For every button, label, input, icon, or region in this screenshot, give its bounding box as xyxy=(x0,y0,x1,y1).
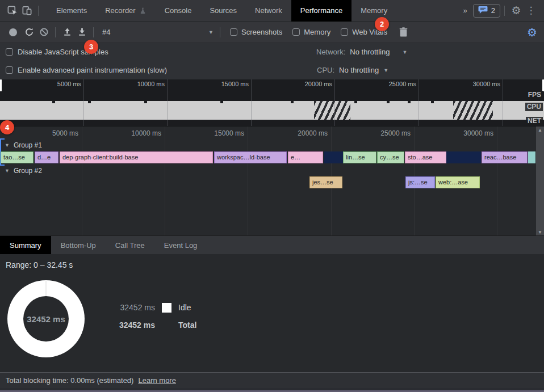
tab-network[interactable]: Network xyxy=(246,0,291,22)
cpu-busy-region xyxy=(314,101,350,120)
gridline xyxy=(503,79,503,126)
gridline xyxy=(165,127,165,235)
vertical-scrollbar[interactable]: ▲ ▼ xyxy=(536,127,544,235)
tab-memory[interactable]: Memory xyxy=(351,0,396,22)
flame-bar[interactable] xyxy=(528,151,535,163)
checkbox-label: Enable advanced paint instrumentation (s… xyxy=(18,66,167,74)
cpu-activity xyxy=(0,101,544,120)
checkbox-box xyxy=(6,48,13,56)
chevron-down-icon: ▼ xyxy=(402,49,407,55)
gridline xyxy=(167,79,168,126)
tab-elements[interactable]: Elements xyxy=(47,0,96,22)
flame-chart[interactable]: ▲ ▼ 5000 ms10000 ms15000 ms20000 ms25000… xyxy=(0,126,544,235)
cpu-notch xyxy=(387,101,390,103)
cpu-busy-region xyxy=(453,101,493,120)
chevron-down-icon: ▼ xyxy=(208,29,214,35)
performance-toolbar: #4 ▼ ScreenshotsMemoryWeb Vitals ⚙ xyxy=(0,22,544,43)
group-header-group-2[interactable]: ▼Group #2 xyxy=(5,166,42,175)
capture-settings-gear-icon[interactable]: ⚙ xyxy=(527,27,539,38)
group-header-group-1[interactable]: ▼Group #1 xyxy=(5,141,42,150)
ruler-tick-label: 20000 ms xyxy=(298,129,331,137)
flame-bar[interactable]: dep-graph-client:build-base xyxy=(60,151,213,163)
inspect-element-icon[interactable] xyxy=(5,3,19,18)
scroll-down-icon[interactable]: ▼ xyxy=(538,229,542,235)
flame-bar[interactable]: cy…se xyxy=(377,151,404,163)
divider xyxy=(220,27,220,37)
kebab-menu-icon[interactable]: ⋮ xyxy=(524,3,538,18)
flame-bar[interactable] xyxy=(324,151,343,163)
tab-label: Elements xyxy=(56,6,87,15)
history-dropdown[interactable]: #4 ▼ xyxy=(102,28,214,36)
cpu-notch xyxy=(291,101,294,103)
flame-bar[interactable]: tao…se xyxy=(1,151,34,163)
range-label: Range: 0 – 32.45 s xyxy=(6,260,73,269)
ruler-tick-label: 20000 ms xyxy=(305,81,334,87)
divider xyxy=(93,27,94,37)
save-profile-icon[interactable] xyxy=(74,25,89,40)
step-badge-3: 3 xyxy=(84,40,98,54)
tab-event-log[interactable]: Event Log xyxy=(154,236,207,254)
checkbox-label: Screenshots xyxy=(241,28,282,36)
tab-bottom-up[interactable]: Bottom-Up xyxy=(51,236,106,254)
cpu-notch xyxy=(354,101,357,103)
ruler-tick-label: 5000 ms xyxy=(52,129,82,137)
gridline xyxy=(82,127,82,235)
checkbox-screenshots[interactable]: Screenshots xyxy=(230,28,282,36)
step-badge-4: 4 xyxy=(0,120,14,134)
capture-config: Disable JavaScript samples Enable advanc… xyxy=(0,43,544,79)
tab-performance[interactable]: Performance xyxy=(291,0,351,22)
clear-recording-icon[interactable] xyxy=(36,25,51,40)
scroll-up-icon[interactable]: ▲ xyxy=(538,127,542,134)
flame-bar[interactable]: sto…ase xyxy=(405,151,446,163)
checkbox-memory[interactable]: Memory xyxy=(292,28,330,36)
summary-donut-chart: 32452 ms xyxy=(7,280,85,357)
issues-counter[interactable]: 2 xyxy=(473,4,500,18)
ruler-tick-label: 5000 ms xyxy=(57,81,83,87)
more-tabs-button[interactable]: » xyxy=(458,6,473,15)
gridline xyxy=(251,79,252,126)
tab-call-tree[interactable]: Call Tree xyxy=(106,236,154,254)
tab-bar-right-cluster: » 2 ⚙ ⋮ xyxy=(458,3,544,18)
checkbox-advanced-paint[interactable]: Enable advanced paint instrumentation (s… xyxy=(6,66,167,74)
flame-bar[interactable]: d…e xyxy=(35,151,58,163)
flame-bar[interactable]: js:…se xyxy=(405,176,435,188)
overview-section[interactable]: 5000 ms10000 ms15000 ms20000 ms25000 ms3… xyxy=(0,79,544,126)
gridline xyxy=(248,127,248,235)
cpu-notch xyxy=(88,101,91,103)
learn-more-link[interactable]: Learn more xyxy=(138,376,175,385)
ruler-tick-label: 25000 ms xyxy=(389,81,419,87)
network-throttling-dropdown[interactable]: Network: No throttling ▼ xyxy=(316,48,407,56)
tab-console[interactable]: Console xyxy=(156,0,201,22)
settings-gear-icon[interactable]: ⚙ xyxy=(509,3,524,18)
tab-summary[interactable]: Summary xyxy=(0,236,51,254)
total-blocking-time-label: Total blocking time: 0.00ms (estimated) xyxy=(6,376,133,385)
flame-bar[interactable] xyxy=(446,151,481,163)
flame-bar[interactable]: e… xyxy=(288,151,323,163)
record-button[interactable] xyxy=(9,28,17,36)
tab-label: Memory xyxy=(361,6,387,15)
tab-recorder[interactable]: Recorder xyxy=(96,0,155,22)
ruler-tick-label: 25000 ms xyxy=(380,129,414,137)
load-profile-icon[interactable] xyxy=(60,25,74,40)
delete-recording-icon[interactable] xyxy=(396,25,411,40)
cpu-notch xyxy=(431,101,434,103)
flame-bar[interactable]: web:…ase xyxy=(436,176,480,188)
cpu-throttling-dropdown[interactable]: CPU: No throttling ▼ xyxy=(317,66,388,74)
flame-bar[interactable]: lin…se xyxy=(343,151,376,163)
lane-label-net: NET xyxy=(526,117,543,125)
flame-bar[interactable]: workspac…ld-base xyxy=(214,151,287,163)
history-selected: #4 xyxy=(102,28,110,36)
tab-label: Recorder xyxy=(105,6,135,15)
device-toolbar-icon[interactable] xyxy=(19,3,34,18)
triangle-down-icon: ▼ xyxy=(5,168,10,174)
legend-value: 32452 ms xyxy=(118,303,155,312)
flame-bar[interactable]: jes…se xyxy=(309,176,342,188)
checkbox-box xyxy=(6,66,13,74)
checkbox-label: Memory xyxy=(304,28,330,36)
selection-handle-left[interactable] xyxy=(0,79,2,91)
reload-and-record-icon[interactable] xyxy=(22,25,36,40)
flame-bar[interactable]: reac…base xyxy=(482,151,528,163)
tab-sources[interactable]: Sources xyxy=(200,0,246,22)
capture-checkboxes: ScreenshotsMemoryWeb Vitals xyxy=(230,28,387,36)
network-label: Network: xyxy=(316,48,345,56)
